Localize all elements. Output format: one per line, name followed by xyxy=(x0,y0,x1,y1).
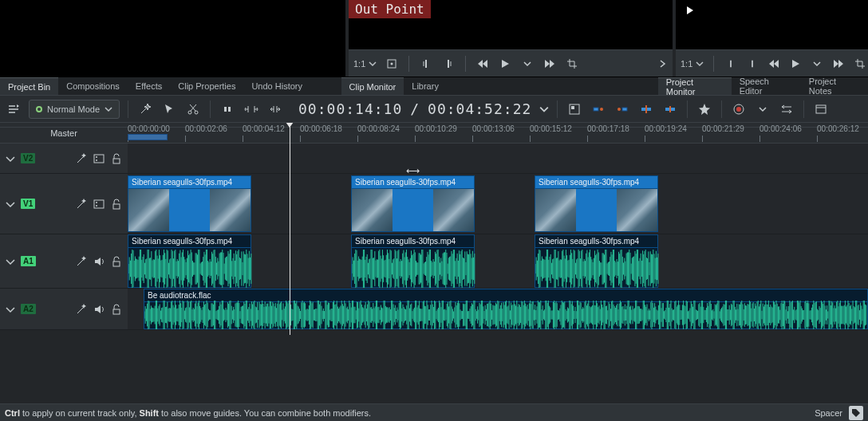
track-lock-button[interactable] xyxy=(110,255,123,268)
preview-render-button[interactable] xyxy=(778,100,795,118)
video-clip[interactable]: Siberian seagulls-30fps.mp4 xyxy=(128,175,251,232)
play-button[interactable] xyxy=(789,57,803,71)
zoom-scale-dropdown[interactable]: 1:1 xyxy=(681,59,704,69)
clip-name: Siberian seagulls-30fps.mp4 xyxy=(128,235,251,248)
track-mute-button[interactable] xyxy=(93,255,105,268)
overflow-button[interactable] xyxy=(658,59,668,69)
lift-button[interactable] xyxy=(661,100,679,118)
timeline-ruler[interactable]: 00:00:00:0000:00:02:0600:00:04:1200:00:0… xyxy=(128,123,868,143)
tab-undo-history[interactable]: Undo History xyxy=(243,77,310,95)
timeline-playhead[interactable] xyxy=(290,128,290,335)
rewind-button[interactable] xyxy=(475,57,490,71)
video-clip[interactable]: Siberian seagulls-30fps.mp4 xyxy=(535,175,658,232)
svg-rect-17 xyxy=(647,108,651,111)
rewind-button[interactable] xyxy=(767,57,780,71)
tab-effects[interactable]: Effects xyxy=(128,77,170,95)
track-label-a2[interactable]: A2 xyxy=(21,304,36,314)
track-v1-body[interactable]: Siberian seagulls-30fps.mp4⟷Siberian sea… xyxy=(128,174,868,234)
collapse-track-button[interactable] xyxy=(5,153,16,164)
track-a1-body[interactable]: Siberian seagulls-30fps.mp4Siberian seag… xyxy=(128,234,868,288)
zone-out-button[interactable] xyxy=(614,100,631,118)
crop-button[interactable] xyxy=(854,57,867,71)
ruler-tick: 00:00:13:06 xyxy=(472,124,515,133)
svg-rect-8 xyxy=(224,107,227,112)
svg-point-23 xyxy=(96,156,97,158)
set-out-button[interactable] xyxy=(745,57,759,71)
track-mute-button[interactable] xyxy=(93,303,105,316)
chevron-down-icon xyxy=(105,105,112,113)
track-label-v1[interactable]: V1 xyxy=(21,199,35,209)
play-dropdown[interactable] xyxy=(811,57,824,71)
clip-monitor-preview: Out Point 1:1 xyxy=(349,0,673,77)
timecode-current[interactable]: 00:00:14:10 xyxy=(298,100,402,117)
crop-button[interactable] xyxy=(565,57,579,71)
track-label-a1[interactable]: A1 xyxy=(21,256,36,266)
tab-compositions[interactable]: Compositions xyxy=(58,77,128,95)
edit-mode-dropdown[interactable]: Normal Mode xyxy=(29,100,120,119)
track-visibility-icon[interactable] xyxy=(93,152,105,165)
collapse-track-button[interactable] xyxy=(5,304,16,315)
tab-library[interactable]: Library xyxy=(404,77,447,95)
razor-tool-button[interactable] xyxy=(184,100,202,118)
spacer-tool-button[interactable] xyxy=(219,100,236,118)
audio-clip[interactable]: Siberian seagulls-30fps.mp4 xyxy=(128,234,251,288)
roll-tool-button[interactable] xyxy=(266,100,284,118)
forward-button[interactable] xyxy=(832,57,846,71)
overwrite-button[interactable] xyxy=(637,100,655,118)
track-lock-button[interactable] xyxy=(110,303,123,316)
track-lock-button[interactable] xyxy=(110,152,123,165)
set-in-button[interactable] xyxy=(724,57,737,71)
magic-wand-button[interactable] xyxy=(136,100,154,118)
record-button[interactable] xyxy=(730,100,748,118)
track-effects-button[interactable] xyxy=(75,255,88,268)
ruler-tick: 00:00:00:00 xyxy=(128,124,170,133)
collapse-track-button[interactable] xyxy=(5,199,16,210)
ruler-tick: 00:00:26:12 xyxy=(817,124,859,133)
settings-button[interactable] xyxy=(812,100,830,118)
track-compositing-button[interactable] xyxy=(5,100,22,118)
track-effects-button[interactable] xyxy=(75,152,88,165)
track-v2-body[interactable] xyxy=(128,144,868,173)
mixer-button[interactable] xyxy=(566,100,583,118)
reset-zoom-button[interactable] xyxy=(385,57,399,71)
tab-clip-monitor[interactable]: Clip Monitor xyxy=(341,77,404,95)
resize-handle-icon[interactable]: ⟷ xyxy=(406,165,420,176)
svg-rect-26 xyxy=(94,200,104,208)
zone-in-button[interactable] xyxy=(590,100,607,118)
chevron-down-icon xyxy=(696,60,704,68)
track-visibility-icon[interactable] xyxy=(93,198,105,210)
track-effects-button[interactable] xyxy=(75,198,88,210)
tab-project-notes[interactable]: Project Notes xyxy=(801,77,868,95)
tab-clip-properties[interactable]: Clip Properties xyxy=(170,77,243,95)
zoom-scale-dropdown[interactable]: 1:1 xyxy=(353,59,377,69)
record-dropdown[interactable] xyxy=(754,100,771,118)
svg-point-28 xyxy=(96,205,97,207)
set-in-button[interactable] xyxy=(419,57,433,71)
track-a2-body[interactable]: Be audiotrack.flac xyxy=(128,289,868,329)
ripple-tool-button[interactable] xyxy=(243,100,260,118)
ruler-tick: 00:00:06:18 xyxy=(300,124,342,133)
track-label-v2[interactable]: V2 xyxy=(21,153,35,163)
audio-clip[interactable]: Siberian seagulls-30fps.mp4 xyxy=(351,234,475,288)
track-lock-button[interactable] xyxy=(110,198,123,210)
audio-clip[interactable]: Be audiotrack.flac xyxy=(144,289,868,329)
tab-speech-editor[interactable]: Speech Editor xyxy=(732,77,801,95)
tab-project-bin[interactable]: Project Bin xyxy=(0,77,58,95)
play-button[interactable] xyxy=(498,57,512,71)
favorite-button[interactable] xyxy=(696,100,713,118)
chevron-down-icon[interactable] xyxy=(539,104,549,114)
audio-clip[interactable]: Siberian seagulls-30fps.mp4 xyxy=(535,234,658,288)
forward-button[interactable] xyxy=(542,57,557,71)
ruler-tick: 00:00:21:29 xyxy=(702,124,744,133)
clip-name: Siberian seagulls-30fps.mp4 xyxy=(352,235,474,248)
collapse-track-button[interactable] xyxy=(5,256,16,267)
set-out-button[interactable] xyxy=(441,57,456,71)
video-clip[interactable]: ⟷Siberian seagulls-30fps.mp4 xyxy=(351,175,475,232)
track-effects-button[interactable] xyxy=(75,303,88,316)
play-dropdown[interactable] xyxy=(520,57,535,71)
tag-button[interactable] xyxy=(849,406,863,420)
svg-rect-21 xyxy=(816,105,826,113)
selection-tool-button[interactable] xyxy=(160,100,178,118)
svg-rect-12 xyxy=(594,108,598,111)
tab-project-monitor[interactable]: Project Monitor xyxy=(658,77,732,95)
